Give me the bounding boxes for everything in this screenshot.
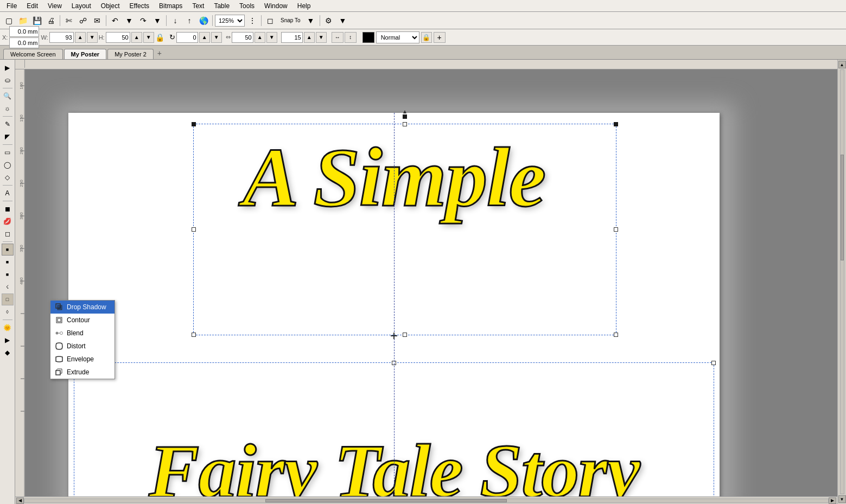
snap-options-button[interactable]: ◻ [264, 14, 277, 27]
menu-bitmaps[interactable]: Bitmaps [155, 1, 187, 11]
menu-window[interactable]: Window [260, 1, 292, 11]
print-button[interactable]: 🖨 [44, 14, 58, 27]
w-down-btn[interactable]: ▼ [87, 32, 98, 43]
zoom-combo[interactable]: 125% 100% 75% 50% [215, 15, 245, 27]
tab-add-button[interactable]: + [155, 48, 164, 58]
publish-button[interactable]: 🌎 [197, 14, 210, 27]
hscroll-right[interactable]: ▶ [829, 497, 836, 504]
handle-top-arrow[interactable] [403, 114, 407, 119]
new-button[interactable]: ▢ [2, 14, 15, 27]
lock-btn[interactable]: 🔒 [421, 32, 432, 43]
tool-smart[interactable]: ◆ [2, 347, 14, 359]
tool-envelope[interactable]: □ [2, 294, 14, 305]
scale-down[interactable]: ▼ [266, 32, 277, 43]
corner-input[interactable] [281, 32, 303, 43]
undo-button[interactable]: ↶ [109, 14, 122, 27]
tab-poster2[interactable]: My Poster 2 [107, 49, 154, 59]
handle-mr[interactable] [614, 227, 618, 232]
add-btn[interactable]: + [434, 32, 446, 43]
handle-bc-b[interactable] [392, 361, 396, 365]
tool-node[interactable]: ⛀ [2, 74, 14, 86]
vscroll-track[interactable] [840, 69, 844, 494]
snap-dropdown[interactable]: ▼ [304, 14, 317, 27]
hscroll-thumb[interactable] [265, 499, 506, 502]
handle-tl[interactable] [192, 122, 196, 126]
corner-up[interactable]: ▲ [304, 32, 315, 43]
paste-button[interactable]: ✉ [91, 14, 104, 27]
export-button[interactable]: ↑ [183, 14, 196, 27]
handle-br[interactable] [614, 333, 618, 337]
menu-object[interactable]: Object [97, 1, 124, 11]
menu-help[interactable]: Help [293, 1, 315, 11]
scale-up[interactable]: ▲ [255, 32, 265, 43]
menu-table[interactable]: Table [209, 1, 234, 11]
tool-eyedropper[interactable]: 💋 [2, 215, 14, 227]
tab-poster[interactable]: My Poster [64, 49, 107, 59]
tool-pan[interactable]: ☼ [2, 103, 14, 114]
menu-layout[interactable]: Layout [67, 1, 96, 11]
tool-select[interactable]: ▶ [2, 62, 14, 74]
flyout-envelope[interactable]: Envelope [50, 353, 115, 366]
y-input[interactable] [9, 37, 39, 48]
tool-text[interactable]: A [2, 187, 14, 199]
x-input[interactable] [9, 26, 39, 37]
tool-bezier[interactable]: ◤ [2, 131, 14, 143]
menu-file[interactable]: File [2, 1, 21, 11]
save-button[interactable]: 💾 [30, 14, 43, 27]
tool-dropshadow[interactable]: ■ [2, 244, 14, 256]
zoom-fit-button[interactable]: ⋮ [246, 14, 259, 27]
open-button[interactable]: 📁 [16, 14, 29, 27]
vscroll-thumb[interactable] [841, 155, 844, 260]
copy-button[interactable]: ☍ [77, 14, 90, 27]
tool-color-eyedrop[interactable]: 🌞 [2, 322, 14, 334]
h-input[interactable] [106, 32, 130, 43]
handle-bl[interactable] [192, 333, 196, 337]
flyout-extrude[interactable]: Extrude [50, 366, 115, 379]
tool-zoom[interactable]: 🔍 [2, 90, 14, 102]
vscroll-up[interactable]: ▲ [838, 61, 846, 68]
handle-br-b[interactable] [711, 361, 716, 365]
w-input[interactable] [49, 32, 74, 43]
options-button[interactable]: ⚙ [322, 14, 335, 27]
corner-down[interactable]: ▼ [316, 32, 327, 43]
redo-button[interactable]: ↷ [137, 14, 150, 27]
handle-ml[interactable] [192, 227, 196, 232]
handle-tc[interactable] [403, 122, 407, 126]
h-down-btn[interactable]: ▼ [143, 32, 154, 43]
menu-view[interactable]: View [43, 1, 66, 11]
angle-down[interactable]: ▼ [211, 32, 222, 43]
angle-input[interactable] [176, 32, 198, 43]
menu-text[interactable]: Text [188, 1, 208, 11]
tool-ellipse[interactable]: ◯ [2, 159, 14, 171]
tool-blend[interactable]: ■ [2, 269, 14, 280]
tab-welcome[interactable]: Welcome Screen [3, 49, 63, 59]
tool-eraser[interactable]: ◻ [2, 228, 14, 240]
text-bottom-container[interactable]: Fairy Tale Story [68, 427, 720, 496]
lock-proportions-btn[interactable]: 🔒 [155, 33, 164, 42]
hscroll-track[interactable] [24, 499, 829, 503]
menu-effects[interactable]: Effects [125, 1, 154, 11]
tool-contour[interactable]: ■ [2, 256, 14, 268]
undo-dropdown[interactable]: ▼ [123, 14, 136, 27]
tool-fill[interactable]: ◼ [2, 203, 14, 215]
mode-select[interactable]: Normal Multiply Screen [376, 31, 419, 43]
tool-rect[interactable]: ▭ [2, 146, 14, 158]
hscroll-left[interactable]: ◀ [16, 497, 24, 504]
options-dropdown[interactable]: ▼ [336, 14, 349, 27]
flip-v-btn[interactable]: ↕ [345, 32, 357, 43]
handle-tr[interactable] [614, 122, 618, 126]
flyout-distort[interactable]: Distort [50, 340, 115, 353]
text-top-container[interactable]: A Simple [79, 129, 709, 226]
tool-freehand[interactable]: ✎ [2, 118, 14, 130]
tool-polygon[interactable]: ◇ [2, 171, 14, 183]
h-up-btn[interactable]: ▲ [131, 32, 142, 43]
vscroll-down[interactable]: ▼ [838, 495, 846, 503]
cut-button[interactable]: ✄ [62, 14, 75, 27]
tool-extrude[interactable]: ◊ [2, 306, 14, 318]
tool-interact[interactable]: ▶ [2, 334, 14, 346]
angle-up[interactable]: ▲ [199, 32, 210, 43]
tool-distort[interactable]: ☇ [2, 281, 14, 293]
w-up-btn[interactable]: ▲ [75, 32, 86, 43]
import-button[interactable]: ↓ [169, 14, 182, 27]
fill-color-box[interactable] [362, 32, 374, 43]
